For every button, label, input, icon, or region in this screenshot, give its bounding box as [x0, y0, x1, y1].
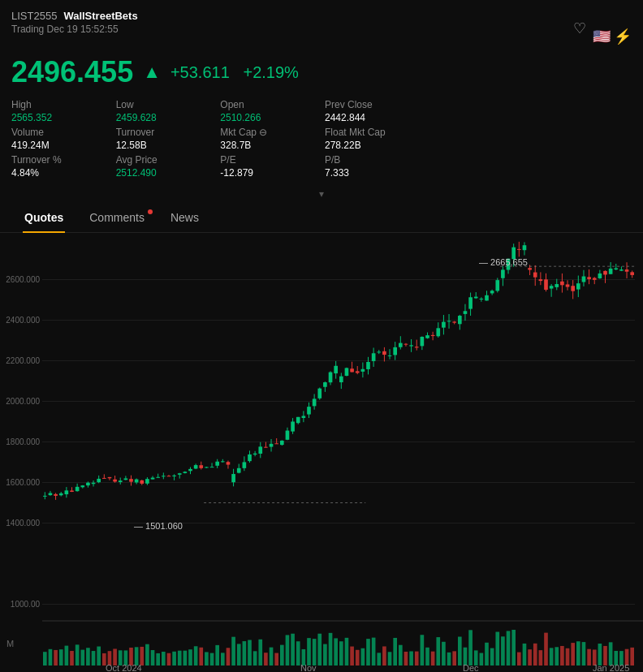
x-label-oct: Oct 2024 [106, 663, 142, 672]
chart-high-annotation: — 2665.655 [479, 257, 528, 267]
price-section: 2496.455 ▲ +53.611 +2.19% [0, 50, 643, 96]
watchlist-icon[interactable]: ♡ [573, 19, 586, 37]
tab-news[interactable]: News [158, 203, 212, 232]
stat-volume: Volume 419.24M [11, 127, 110, 151]
x-label-dec: Dec [463, 663, 479, 672]
header-left: LIST2555 WallStreetBets Trading Dec 19 1… [11, 10, 138, 35]
stat-placeholder4 [533, 127, 632, 151]
x-label-jan: Jan 2025 [593, 663, 629, 672]
stat-high: High 2565.352 [11, 99, 110, 123]
stat-pe: P/E -12.879 [220, 154, 318, 179]
chart-low-annotation: — 1501.060 [134, 521, 183, 531]
stat-placeholder1 [429, 99, 528, 123]
lightning-icon: ⚡ [614, 28, 632, 45]
stat-pb: P/B 7.333 [325, 154, 423, 179]
stat-prev-close: Prev Close 2442.844 [325, 99, 423, 123]
chevron-down-icon[interactable]: ▾ [319, 188, 324, 200]
stat-avg-price: Avg Price 2512.490 [116, 154, 214, 179]
us-flag-icon: 🇺🇸 [593, 28, 611, 45]
stat-placeholder2 [533, 99, 632, 123]
price-arrow-icon: ▲ [143, 62, 161, 83]
expand-row[interactable]: ▾ [0, 185, 643, 203]
stat-turnover-pct: Turnover % 4.84% [11, 154, 110, 179]
stats-grid: High 2565.352 Low 2459.628 Open 2510.266… [0, 96, 643, 185]
stat-placeholder3 [429, 127, 528, 151]
stat-open: Open 2510.266 [220, 99, 318, 123]
stat-float-mkt-cap: Float Mkt Cap 278.22B [325, 127, 423, 151]
flag-icons: 🇺🇸 ⚡ [593, 28, 632, 45]
header: LIST2555 WallStreetBets Trading Dec 19 1… [0, 0, 643, 50]
price-change: +53.611 +2.19% [170, 63, 299, 82]
chart-area: — 2665.655 — 1501.060 M Oct 2024 Nov Dec… [0, 233, 643, 672]
main-price: 2496.455 [11, 55, 133, 89]
ticker-line: LIST2555 WallStreetBets [11, 10, 138, 22]
volume-label: M [6, 639, 14, 648]
tab-quotes[interactable]: Quotes [11, 203, 76, 232]
x-label-nov: Nov [300, 663, 317, 672]
header-right: ♡ 🇺🇸 ⚡ [573, 11, 632, 45]
trading-time: Trading Dec 19 15:52:55 [11, 24, 138, 35]
stat-turnover: Turnover 12.58B [116, 127, 214, 151]
stat-mkt-cap: Mkt Cap ⊖ 328.7B [220, 127, 318, 151]
tabs: Quotes Comments News [0, 203, 643, 233]
ticker-name: WallStreetBets [63, 10, 137, 22]
stat-low: Low 2459.628 [116, 99, 214, 123]
ticker-id: LIST2555 [11, 10, 57, 22]
comments-notification-dot [148, 209, 153, 214]
tab-comments[interactable]: Comments [76, 203, 158, 232]
